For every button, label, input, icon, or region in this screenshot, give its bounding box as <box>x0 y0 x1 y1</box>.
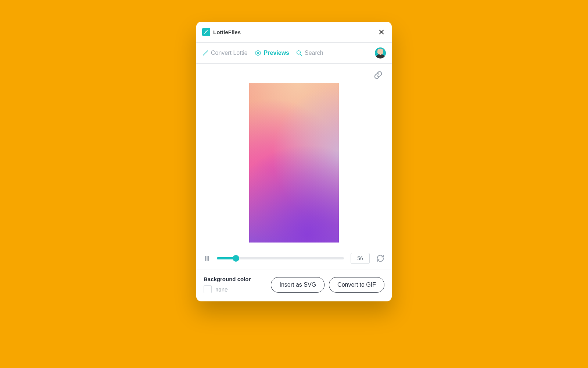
tab-label: Previews <box>264 50 289 56</box>
player-controls: 56 <box>196 248 392 269</box>
loop-button[interactable] <box>376 254 384 262</box>
lottiefiles-logo-icon <box>202 28 210 36</box>
insert-svg-button[interactable]: Insert as SVG <box>271 277 325 293</box>
background-color-swatch[interactable] <box>204 285 212 293</box>
tab-previews[interactable]: Previews <box>254 49 289 57</box>
frame-number: 56 <box>357 255 363 261</box>
tab-search[interactable]: Search <box>296 50 323 56</box>
user-avatar[interactable] <box>375 47 386 59</box>
button-label: Insert as SVG <box>279 282 316 288</box>
frame-readout[interactable]: 56 <box>351 253 370 264</box>
close-button[interactable] <box>377 28 386 36</box>
timeline-slider[interactable] <box>217 256 344 261</box>
wand-icon <box>202 50 209 56</box>
pause-icon <box>204 255 210 262</box>
app-title: LottieFiles <box>213 29 241 35</box>
footer-actions: Insert as SVG Convert to GIF <box>271 277 384 293</box>
svg-point-0 <box>257 52 259 54</box>
panel-header: LottieFiles <box>196 22 392 43</box>
pause-button[interactable] <box>204 255 210 262</box>
preview-area <box>196 64 392 250</box>
tab-label: Search <box>305 50 323 56</box>
button-label: Convert to GIF <box>337 282 376 288</box>
tab-label: Convert Lottie <box>211 50 248 56</box>
panel-footer: Background color none Insert as SVG Conv… <box>196 269 392 301</box>
svg-rect-3 <box>208 256 209 261</box>
svg-rect-2 <box>205 256 207 261</box>
eye-icon <box>254 49 262 57</box>
animation-preview <box>249 83 339 243</box>
lottiefiles-panel: LottieFiles Convert Lottie <box>196 22 392 301</box>
convert-gif-button[interactable]: Convert to GIF <box>329 277 384 293</box>
close-icon <box>378 29 385 35</box>
background-color-value: none <box>215 286 227 293</box>
tab-convert-lottie[interactable]: Convert Lottie <box>202 50 248 56</box>
background-color-label: Background color <box>204 276 251 282</box>
tab-bar: Convert Lottie Previews <box>196 43 392 64</box>
search-icon <box>296 50 302 56</box>
share-link-button[interactable] <box>373 70 383 80</box>
background-color-picker: Background color none <box>204 276 251 293</box>
link-icon <box>373 70 383 80</box>
slider-thumb[interactable] <box>233 255 239 262</box>
loop-icon <box>376 254 384 262</box>
